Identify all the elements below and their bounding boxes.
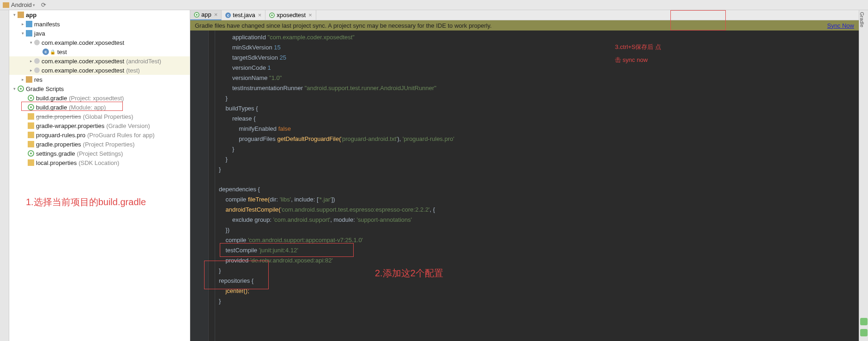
properties-icon	[28, 159, 34, 166]
code-editor[interactable]: applicationId "com.example.coder.xposedt…	[215, 30, 859, 341]
tree-node-build-gradle-project[interactable]: build.gradle (Project: xposedtest)	[9, 93, 190, 103]
node-label: local.properties	[36, 159, 77, 166]
chevron-down-icon[interactable]: ▾	[12, 12, 17, 17]
node-label: Gradle Scripts	[26, 85, 64, 92]
node-label: proguard-rules.pro	[36, 132, 85, 139]
sync-now-link[interactable]: Sync Now	[827, 22, 854, 29]
folder-icon	[26, 21, 32, 27]
node-label: gradle.properties	[36, 141, 81, 148]
tree-node-res[interactable]: ▸ res	[9, 75, 190, 84]
node-label: test	[57, 49, 67, 55]
tree-node-package[interactable]: ▸ com.example.coder.xposedtest (test)	[9, 66, 190, 75]
android-view-icon	[3, 2, 9, 8]
properties-icon	[28, 122, 34, 129]
node-label: com.example.coder.xposedtest	[42, 58, 124, 65]
folder-icon	[26, 30, 32, 37]
lock-icon: 🔒	[50, 49, 55, 55]
chevron-right-icon[interactable]: ▸	[20, 22, 25, 26]
tree-node-local-props[interactable]: local.properties (SDK Location)	[9, 158, 190, 167]
project-tree[interactable]: ▾ app ▸ manifests ▾ java ▾ com.example.c…	[9, 10, 190, 341]
annotation-text-1: 1.选择当前项目的build.gradle	[26, 196, 146, 208]
gradle-file-icon	[28, 95, 34, 101]
gradle-sync-banner: Gradle files have changed since last pro…	[190, 20, 859, 30]
node-hint: (Project: xposedtest)	[69, 95, 124, 102]
node-label: build.gradle	[36, 95, 67, 102]
reload-icon[interactable]: ⟳	[41, 1, 46, 8]
close-icon[interactable]: ×	[214, 11, 218, 18]
node-label: com.example.coder.xposedtest	[42, 39, 124, 46]
chevron-down-icon[interactable]: ▾	[29, 40, 33, 45]
package-icon	[34, 58, 40, 64]
node-hint: (Gradle Version)	[106, 122, 150, 129]
node-hint: (Project Settings)	[77, 150, 123, 157]
tree-node-java[interactable]: ▾ java	[9, 29, 190, 38]
line-number-gutter[interactable]	[190, 30, 209, 341]
tree-node-proguard[interactable]: proguard-rules.pro (ProGuard Rules for a…	[9, 130, 190, 140]
tab-test-java[interactable]: c test.java ×	[222, 10, 265, 20]
package-icon	[34, 67, 40, 73]
folder-icon	[26, 76, 32, 83]
tree-node-class[interactable]: c 🔒 test	[9, 47, 190, 56]
node-label: manifests	[34, 21, 60, 28]
editor-tabs[interactable]: app × c test.java × xposedtest ×	[190, 10, 859, 20]
left-tool-strip[interactable]	[0, 10, 9, 341]
tree-node-gradle-wrapper[interactable]: gradle-wrapper.properties (Gradle Versio…	[9, 121, 190, 130]
node-label: res	[34, 76, 42, 83]
module-icon	[18, 12, 24, 18]
node-hint: (Global Properties)	[83, 113, 133, 120]
right-tool-strip[interactable]: Gradle	[859, 10, 868, 341]
chevron-right-icon[interactable]: ▸	[20, 77, 25, 82]
node-hint: (ProGuard Rules for app)	[87, 132, 155, 139]
tab-app[interactable]: app ×	[190, 10, 222, 20]
chevron-right-icon[interactable]: ▸	[29, 59, 33, 63]
sync-message: Gradle files have changed since last pro…	[195, 22, 492, 29]
class-icon: c	[42, 49, 49, 55]
close-icon[interactable]: ×	[308, 12, 312, 18]
gradle-file-icon	[28, 150, 34, 157]
node-hint: (androidTest)	[126, 58, 161, 65]
tree-node-app[interactable]: ▾ app	[9, 10, 190, 19]
android-icon[interactable]	[860, 329, 868, 336]
annotation-highlight-1	[21, 102, 123, 111]
node-label: com.example.coder.xposedtest	[42, 67, 124, 74]
chevron-down-icon[interactable]: ▾	[12, 86, 17, 91]
node-hint: (test)	[126, 67, 140, 74]
package-icon	[34, 40, 40, 45]
tab-label: xposedtest	[277, 12, 306, 18]
chevron-right-icon[interactable]: ▸	[29, 68, 33, 73]
properties-icon	[28, 113, 34, 120]
chevron-down-icon[interactable]: ▾	[32, 3, 36, 7]
class-icon: c	[225, 12, 231, 18]
tree-node-package[interactable]: ▸ com.example.coder.xposedtest (androidT…	[9, 56, 190, 66]
node-label: settings.gradle	[36, 150, 75, 157]
gradle-file-icon	[269, 12, 275, 18]
node-label: app	[26, 12, 36, 18]
node-hint: (Project Properties)	[83, 141, 135, 148]
tree-node-gradle-scripts[interactable]: ▾ Gradle Scripts	[9, 84, 190, 93]
gradle-tool-button[interactable]: Gradle	[859, 12, 865, 27]
tree-node-settings-gradle[interactable]: settings.gradle (Project Settings)	[9, 149, 190, 158]
android-icon[interactable]	[860, 318, 868, 325]
view-label: Android	[11, 1, 32, 8]
fold-gutter[interactable]	[209, 30, 215, 341]
properties-icon	[28, 141, 34, 147]
tab-label: app	[201, 11, 211, 18]
chevron-down-icon[interactable]: ▾	[20, 31, 25, 36]
gradle-file-icon	[194, 12, 199, 18]
tree-node-gradle-props-global[interactable]: gradle.properties (Global Properties)	[9, 112, 190, 121]
tree-node-package[interactable]: ▾ com.example.coder.xposedtest	[9, 38, 190, 47]
tab-label: test.java	[233, 12, 255, 18]
tab-xposedtest[interactable]: xposedtest ×	[265, 10, 316, 20]
node-label: java	[34, 30, 45, 37]
editor-area: app × c test.java × xposedtest × Gradle …	[190, 10, 859, 341]
properties-icon	[28, 132, 34, 138]
node-hint: (SDK Location)	[78, 159, 119, 166]
tree-node-gradle-props-proj[interactable]: gradle.properties (Project Properties)	[9, 140, 190, 149]
gradle-icon	[18, 85, 24, 92]
tree-node-manifests[interactable]: ▸ manifests	[9, 19, 190, 29]
node-label: gradle-wrapper.properties	[36, 122, 104, 129]
close-icon[interactable]: ×	[258, 12, 262, 18]
project-view-bar[interactable]: Android ▾ ⟳	[0, 0, 868, 10]
node-label: gradle.properties	[36, 113, 81, 120]
